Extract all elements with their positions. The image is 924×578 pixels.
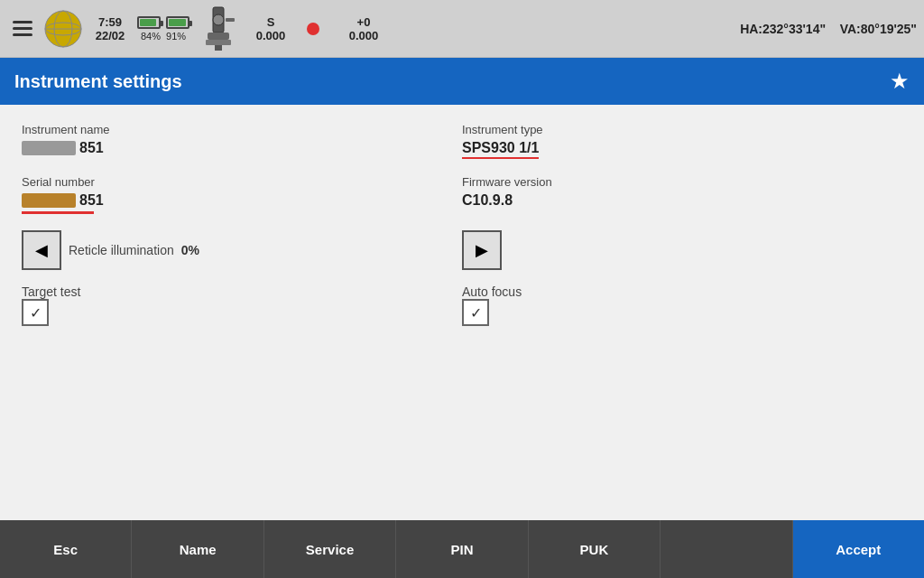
auto-focus-section: Auto focus ✓ (462, 284, 902, 326)
service-button[interactable]: Service (264, 520, 396, 578)
empty-nav-slot (661, 520, 792, 578)
signal-indicator (307, 23, 319, 35)
reticle-label: Reticle illumination (69, 243, 174, 257)
svg-rect-9 (226, 18, 235, 22)
header-bar: Instrument settings ★ (0, 58, 924, 105)
name-button[interactable]: Name (132, 520, 263, 578)
serial-number-redacted (22, 193, 76, 208)
esc-button[interactable]: Esc (0, 520, 132, 578)
svg-rect-6 (206, 40, 231, 45)
status-bar: 7:59 22/02 84% 91% S 0.000 +0 (0, 0, 924, 58)
time-block: 7:59 22/02 (88, 15, 132, 42)
instrument-name-redacted (22, 141, 76, 155)
firmware-version-group: Firmware version C10.9.8 (462, 175, 902, 214)
serial-number-label: Serial number (22, 175, 462, 189)
s-block: S 0.000 (247, 15, 294, 42)
hamburger-menu[interactable] (7, 15, 38, 42)
svg-rect-5 (208, 33, 229, 40)
s-label: S (267, 15, 275, 29)
auto-focus-label: Auto focus (462, 284, 902, 299)
reticle-left-section: ◀ Reticle illumination 0% (22, 230, 462, 270)
total-station-icon (199, 5, 238, 52)
target-test-checkbox[interactable]: ✓ (22, 299, 49, 326)
instrument-name-value: 851 (22, 140, 462, 156)
globe-icon (43, 9, 83, 49)
reticle-value: 0% (181, 243, 199, 257)
accept-button[interactable]: Accept (793, 520, 924, 578)
firmware-version-value: C10.9.8 (462, 192, 902, 209)
angles-display: HA:232°33'14" VA:80°19'25" (740, 22, 917, 36)
svg-point-8 (213, 14, 224, 25)
coord-value: 0.000 (349, 29, 379, 42)
time-display: 7:59 (98, 15, 122, 29)
target-test-section: Target test ✓ (22, 284, 462, 326)
svg-rect-7 (215, 45, 222, 51)
bottom-nav: Esc Name Service PIN PUK Accept (0, 520, 924, 578)
instrument-name-group: Instrument name 851 (22, 123, 462, 159)
coord-block: +0 0.000 (332, 15, 395, 42)
battery1-icon (137, 16, 161, 29)
instrument-type-label: Instrument type (462, 123, 902, 136)
reticle-right-section: ▶ (462, 230, 902, 270)
reticle-increase-button[interactable]: ▶ (462, 230, 502, 270)
auto-focus-checkbox[interactable]: ✓ (462, 299, 489, 326)
reticle-decrease-button[interactable]: ◀ (22, 230, 61, 270)
battery2-icon (166, 16, 189, 29)
va-display: VA:80°19'25" (840, 22, 917, 36)
serial-underline (22, 211, 94, 214)
pin-button[interactable]: PIN (396, 520, 528, 578)
s-value: 0.000 (256, 29, 286, 42)
battery-block: 84% 91% (137, 16, 189, 42)
instrument-name-label: Instrument name (22, 123, 462, 136)
reticle-controls-row: ◀ Reticle illumination 0% ▶ (22, 230, 902, 270)
firmware-version-label: Firmware version (462, 175, 902, 189)
battery-pct-display: 84% 91% (141, 31, 186, 42)
puk-button[interactable]: PUK (529, 520, 661, 578)
instrument-type-group: Instrument type SPS930 1/1 (462, 123, 902, 159)
target-test-label: Target test (22, 284, 462, 299)
page-title: Instrument settings (14, 71, 182, 92)
serial-number-value: 851 (22, 192, 462, 209)
instrument-type-value: SPS930 1/1 (462, 140, 539, 159)
favorite-button[interactable]: ★ (890, 69, 910, 94)
ha-display: HA:232°33'14" (740, 22, 826, 36)
coord-offset: +0 (357, 15, 371, 29)
main-content: Instrument name 851 Instrument type SPS9… (0, 105, 924, 520)
date-display: 22/02 (96, 29, 125, 42)
serial-number-group: Serial number 851 (22, 175, 462, 214)
checkboxes-row: Target test ✓ Auto focus ✓ (22, 284, 902, 326)
